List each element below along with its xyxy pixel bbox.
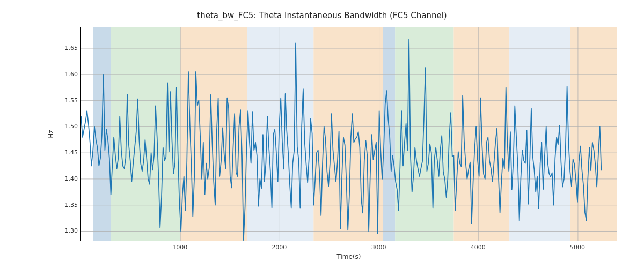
x-tick-label: 3000 [371, 244, 386, 251]
plot-svg [81, 27, 617, 241]
y-tick-label: 1.35 [46, 201, 78, 208]
x-tick-label: 2000 [272, 244, 287, 251]
background-band [395, 27, 453, 241]
background-band [383, 27, 395, 241]
background-band [247, 27, 313, 241]
background-band [570, 27, 617, 241]
chart-title: theta_bw_FC5: Theta Instantaneous Bandwi… [0, 11, 644, 20]
x-tick-label: 4000 [471, 244, 486, 251]
y-tick-label: 1.50 [46, 123, 78, 130]
y-tick-label: 1.65 [46, 44, 78, 51]
y-tick-label: 1.45 [46, 149, 78, 156]
figure: theta_bw_FC5: Theta Instantaneous Bandwi… [0, 0, 644, 268]
y-tick-label: 1.55 [46, 96, 78, 103]
x-tick-label: 1000 [172, 244, 187, 251]
background-band [509, 27, 570, 241]
x-axis-label: Time(s) [337, 253, 361, 260]
plot-area [80, 27, 617, 241]
y-tick-label: 1.60 [46, 70, 78, 77]
y-axis-label: Hz [47, 130, 55, 138]
y-tick-label: 1.40 [46, 175, 78, 182]
y-tick-label: 1.30 [46, 227, 78, 234]
x-tick-label: 5000 [570, 244, 585, 251]
background-band [111, 27, 181, 241]
